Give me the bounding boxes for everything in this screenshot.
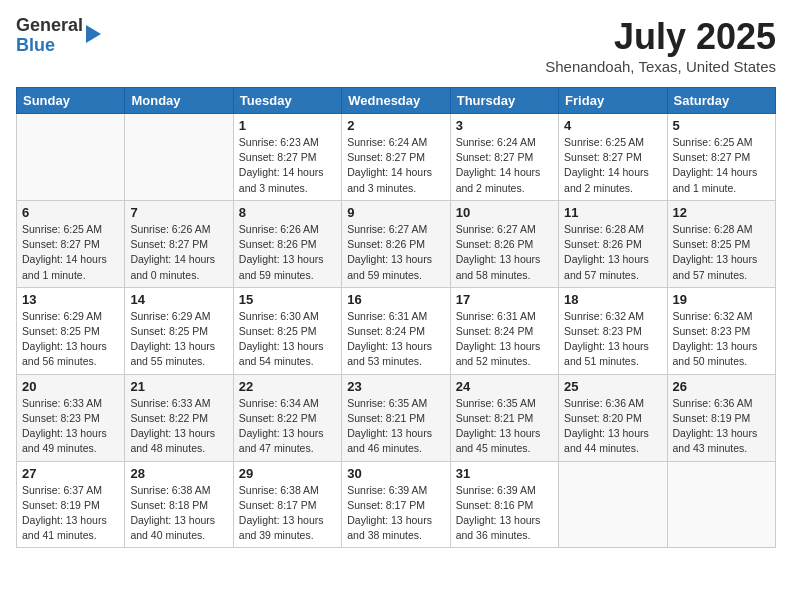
day-number: 7 <box>130 205 227 220</box>
logo: General Blue <box>16 16 101 56</box>
table-row: 1Sunrise: 6:23 AM Sunset: 8:27 PM Daylig… <box>233 114 341 201</box>
day-info: Sunrise: 6:32 AM Sunset: 8:23 PM Dayligh… <box>673 309 770 370</box>
table-row: 13Sunrise: 6:29 AM Sunset: 8:25 PM Dayli… <box>17 287 125 374</box>
day-info: Sunrise: 6:29 AM Sunset: 8:25 PM Dayligh… <box>22 309 119 370</box>
day-number: 6 <box>22 205 119 220</box>
day-number: 19 <box>673 292 770 307</box>
day-info: Sunrise: 6:27 AM Sunset: 8:26 PM Dayligh… <box>456 222 553 283</box>
title-block: July 2025 Shenandoah, Texas, United Stat… <box>545 16 776 75</box>
col-friday: Friday <box>559 88 667 114</box>
day-number: 26 <box>673 379 770 394</box>
day-info: Sunrise: 6:27 AM Sunset: 8:26 PM Dayligh… <box>347 222 444 283</box>
table-row: 9Sunrise: 6:27 AM Sunset: 8:26 PM Daylig… <box>342 200 450 287</box>
day-info: Sunrise: 6:35 AM Sunset: 8:21 PM Dayligh… <box>347 396 444 457</box>
day-number: 15 <box>239 292 336 307</box>
day-info: Sunrise: 6:25 AM Sunset: 8:27 PM Dayligh… <box>564 135 661 196</box>
table-row: 18Sunrise: 6:32 AM Sunset: 8:23 PM Dayli… <box>559 287 667 374</box>
day-number: 2 <box>347 118 444 133</box>
day-number: 13 <box>22 292 119 307</box>
table-row: 31Sunrise: 6:39 AM Sunset: 8:16 PM Dayli… <box>450 461 558 548</box>
calendar-week-row: 13Sunrise: 6:29 AM Sunset: 8:25 PM Dayli… <box>17 287 776 374</box>
table-row: 24Sunrise: 6:35 AM Sunset: 8:21 PM Dayli… <box>450 374 558 461</box>
table-row: 6Sunrise: 6:25 AM Sunset: 8:27 PM Daylig… <box>17 200 125 287</box>
table-row: 2Sunrise: 6:24 AM Sunset: 8:27 PM Daylig… <box>342 114 450 201</box>
day-info: Sunrise: 6:38 AM Sunset: 8:17 PM Dayligh… <box>239 483 336 544</box>
day-number: 11 <box>564 205 661 220</box>
col-tuesday: Tuesday <box>233 88 341 114</box>
day-number: 30 <box>347 466 444 481</box>
table-row: 4Sunrise: 6:25 AM Sunset: 8:27 PM Daylig… <box>559 114 667 201</box>
day-number: 31 <box>456 466 553 481</box>
logo-arrow-icon <box>86 25 101 43</box>
table-row <box>559 461 667 548</box>
day-number: 17 <box>456 292 553 307</box>
day-number: 22 <box>239 379 336 394</box>
table-row: 17Sunrise: 6:31 AM Sunset: 8:24 PM Dayli… <box>450 287 558 374</box>
table-row: 27Sunrise: 6:37 AM Sunset: 8:19 PM Dayli… <box>17 461 125 548</box>
table-row: 19Sunrise: 6:32 AM Sunset: 8:23 PM Dayli… <box>667 287 775 374</box>
day-info: Sunrise: 6:26 AM Sunset: 8:27 PM Dayligh… <box>130 222 227 283</box>
table-row: 30Sunrise: 6:39 AM Sunset: 8:17 PM Dayli… <box>342 461 450 548</box>
day-number: 25 <box>564 379 661 394</box>
logo-general: General <box>16 16 83 36</box>
day-number: 3 <box>456 118 553 133</box>
table-row: 11Sunrise: 6:28 AM Sunset: 8:26 PM Dayli… <box>559 200 667 287</box>
table-row <box>17 114 125 201</box>
logo-blue: Blue <box>16 36 83 56</box>
table-row: 22Sunrise: 6:34 AM Sunset: 8:22 PM Dayli… <box>233 374 341 461</box>
day-number: 23 <box>347 379 444 394</box>
day-number: 5 <box>673 118 770 133</box>
day-info: Sunrise: 6:31 AM Sunset: 8:24 PM Dayligh… <box>456 309 553 370</box>
day-number: 27 <box>22 466 119 481</box>
table-row: 23Sunrise: 6:35 AM Sunset: 8:21 PM Dayli… <box>342 374 450 461</box>
day-info: Sunrise: 6:36 AM Sunset: 8:19 PM Dayligh… <box>673 396 770 457</box>
day-info: Sunrise: 6:26 AM Sunset: 8:26 PM Dayligh… <box>239 222 336 283</box>
table-row: 20Sunrise: 6:33 AM Sunset: 8:23 PM Dayli… <box>17 374 125 461</box>
day-number: 29 <box>239 466 336 481</box>
day-info: Sunrise: 6:38 AM Sunset: 8:18 PM Dayligh… <box>130 483 227 544</box>
table-row: 21Sunrise: 6:33 AM Sunset: 8:22 PM Dayli… <box>125 374 233 461</box>
table-row: 26Sunrise: 6:36 AM Sunset: 8:19 PM Dayli… <box>667 374 775 461</box>
day-info: Sunrise: 6:33 AM Sunset: 8:22 PM Dayligh… <box>130 396 227 457</box>
day-info: Sunrise: 6:25 AM Sunset: 8:27 PM Dayligh… <box>673 135 770 196</box>
day-number: 4 <box>564 118 661 133</box>
table-row: 14Sunrise: 6:29 AM Sunset: 8:25 PM Dayli… <box>125 287 233 374</box>
table-row <box>125 114 233 201</box>
day-info: Sunrise: 6:34 AM Sunset: 8:22 PM Dayligh… <box>239 396 336 457</box>
day-number: 8 <box>239 205 336 220</box>
day-info: Sunrise: 6:28 AM Sunset: 8:25 PM Dayligh… <box>673 222 770 283</box>
day-number: 24 <box>456 379 553 394</box>
page-header: General Blue July 2025 Shenandoah, Texas… <box>16 16 776 75</box>
table-row: 10Sunrise: 6:27 AM Sunset: 8:26 PM Dayli… <box>450 200 558 287</box>
table-row: 25Sunrise: 6:36 AM Sunset: 8:20 PM Dayli… <box>559 374 667 461</box>
location-subtitle: Shenandoah, Texas, United States <box>545 58 776 75</box>
table-row: 7Sunrise: 6:26 AM Sunset: 8:27 PM Daylig… <box>125 200 233 287</box>
table-row: 8Sunrise: 6:26 AM Sunset: 8:26 PM Daylig… <box>233 200 341 287</box>
day-number: 1 <box>239 118 336 133</box>
calendar-header-row: Sunday Monday Tuesday Wednesday Thursday… <box>17 88 776 114</box>
calendar-week-row: 6Sunrise: 6:25 AM Sunset: 8:27 PM Daylig… <box>17 200 776 287</box>
day-number: 9 <box>347 205 444 220</box>
day-info: Sunrise: 6:24 AM Sunset: 8:27 PM Dayligh… <box>347 135 444 196</box>
day-number: 16 <box>347 292 444 307</box>
day-info: Sunrise: 6:24 AM Sunset: 8:27 PM Dayligh… <box>456 135 553 196</box>
col-wednesday: Wednesday <box>342 88 450 114</box>
calendar-week-row: 27Sunrise: 6:37 AM Sunset: 8:19 PM Dayli… <box>17 461 776 548</box>
col-saturday: Saturday <box>667 88 775 114</box>
day-number: 14 <box>130 292 227 307</box>
day-info: Sunrise: 6:23 AM Sunset: 8:27 PM Dayligh… <box>239 135 336 196</box>
day-info: Sunrise: 6:25 AM Sunset: 8:27 PM Dayligh… <box>22 222 119 283</box>
day-info: Sunrise: 6:33 AM Sunset: 8:23 PM Dayligh… <box>22 396 119 457</box>
calendar-table: Sunday Monday Tuesday Wednesday Thursday… <box>16 87 776 548</box>
day-info: Sunrise: 6:29 AM Sunset: 8:25 PM Dayligh… <box>130 309 227 370</box>
table-row: 3Sunrise: 6:24 AM Sunset: 8:27 PM Daylig… <box>450 114 558 201</box>
table-row: 29Sunrise: 6:38 AM Sunset: 8:17 PM Dayli… <box>233 461 341 548</box>
day-info: Sunrise: 6:32 AM Sunset: 8:23 PM Dayligh… <box>564 309 661 370</box>
day-info: Sunrise: 6:36 AM Sunset: 8:20 PM Dayligh… <box>564 396 661 457</box>
table-row: 15Sunrise: 6:30 AM Sunset: 8:25 PM Dayli… <box>233 287 341 374</box>
day-info: Sunrise: 6:39 AM Sunset: 8:16 PM Dayligh… <box>456 483 553 544</box>
calendar-week-row: 1Sunrise: 6:23 AM Sunset: 8:27 PM Daylig… <box>17 114 776 201</box>
day-number: 20 <box>22 379 119 394</box>
table-row: 28Sunrise: 6:38 AM Sunset: 8:18 PM Dayli… <box>125 461 233 548</box>
col-sunday: Sunday <box>17 88 125 114</box>
